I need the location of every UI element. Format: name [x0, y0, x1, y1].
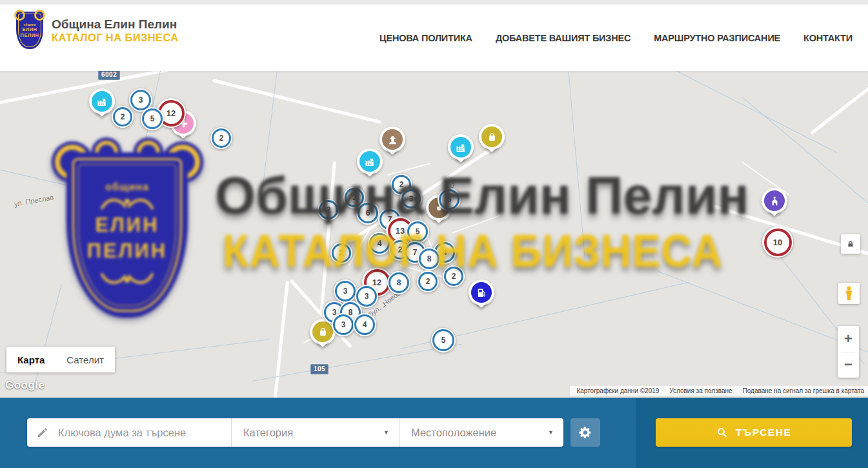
search-icon: [716, 427, 729, 439]
street-label: ул. Преслав: [14, 193, 54, 208]
nav-route-schedule[interactable]: МАРШРУТНО РАЗПИСАНИЕ: [654, 33, 780, 43]
pegman-streetview-button[interactable]: [838, 283, 860, 304]
map-type-satellite-button[interactable]: Сателит: [56, 347, 115, 372]
location-select[interactable]: Местоположение ▼: [399, 418, 563, 447]
cluster-marker-8[interactable]: 8: [387, 271, 410, 294]
cluster-marker-5[interactable]: 5: [406, 220, 429, 243]
header: община ЕЛИН ПЕЛИН Община Елин Пелин КАТА…: [0, 5, 868, 71]
search-button-panel: ТЪРСЕНЕ: [636, 398, 868, 468]
fuel-station-pin[interactable]: [469, 280, 494, 305]
zoom-in-button[interactable]: +: [838, 326, 859, 352]
map-type-map-button[interactable]: Карта: [6, 347, 56, 372]
cluster-marker-2[interactable]: 2: [330, 242, 352, 264]
cluster-marker-5[interactable]: 5: [141, 107, 164, 130]
terms-of-use-link[interactable]: Условия за ползване: [669, 386, 732, 396]
report-map-error-link[interactable]: Подаване на сигнал за грешка в картата: [743, 386, 864, 396]
cluster-marker-8[interactable]: 8: [418, 247, 441, 270]
search-button-label: ТЪРСЕНЕ: [736, 427, 791, 438]
main-nav: ЦЕНОВА ПОЛИТИКА ДОБАВЕТЕ ВАШИЯТ БИЗНЕС М…: [379, 5, 853, 71]
street-label: ци“: [447, 177, 456, 188]
brand[interactable]: община ЕЛИН ПЕЛИН Община Елин Пелин КАТА…: [16, 12, 179, 49]
map-canvas[interactable]: 6002105ул. Преславбул. „Новоселци“ 32125…: [0, 71, 868, 398]
cluster-marker-10[interactable]: 10: [762, 227, 793, 258]
nav-contacts[interactable]: КОНТАКТИ: [803, 33, 853, 43]
cluster-marker-6[interactable]: 6: [356, 201, 379, 225]
cluster-marker-4[interactable]: 4: [368, 232, 391, 255]
cluster-marker-4[interactable]: 4: [353, 313, 376, 336]
category-select[interactable]: Категория ▼: [231, 418, 399, 447]
lock-icon: [845, 239, 856, 249]
nav-add-your-business[interactable]: ДОБАВЕТЕ ВАШИЯТ БИЗНЕС: [496, 33, 631, 43]
cluster-marker-2[interactable]: 2: [417, 270, 439, 292]
map-data-copyright: Картографски данни ©2019: [576, 386, 659, 396]
google-logo[interactable]: Google: [5, 379, 45, 392]
cluster-marker-3[interactable]: 3: [334, 280, 357, 303]
cluster-marker-2[interactable]: 2: [112, 106, 134, 128]
shopping-bag-pin[interactable]: [479, 124, 505, 150]
top-strip: [0, 0, 868, 5]
factory-pin[interactable]: [89, 88, 115, 114]
cluster-marker-5[interactable]: 5: [431, 328, 456, 352]
search-button[interactable]: ТЪРСЕНЕ: [656, 418, 852, 447]
cluster-marker-2[interactable]: 2: [443, 265, 465, 287]
cluster-marker-2[interactable]: 2: [318, 199, 339, 221]
factory-pin[interactable]: [448, 134, 474, 160]
page: община ЕЛИН ПЕЛИН Община Елин Пелин КАТА…: [0, 0, 868, 468]
search-bar: Категория ▼ Местоположение ▼ ТЪРСЕНЕ: [0, 398, 868, 468]
zoom-control: + −: [838, 326, 859, 378]
church-pin[interactable]: [762, 188, 787, 214]
advanced-settings-button[interactable]: [570, 418, 600, 447]
cluster-marker-5[interactable]: 5: [438, 188, 461, 211]
site-subtitle: КАТАЛОГ НА БИЗНЕСА: [52, 32, 179, 44]
category-select-label: Категория: [243, 427, 293, 439]
road-number-badge: 6002: [98, 71, 120, 80]
site-title: Община Елин Пелин: [52, 17, 179, 32]
zoom-out-button[interactable]: −: [838, 352, 859, 378]
chevron-down-icon: ▼: [383, 429, 389, 436]
keyword-field: [27, 418, 231, 447]
road-number-badge: 105: [310, 364, 328, 374]
padlock-button[interactable]: [841, 234, 860, 254]
cluster-marker-2[interactable]: 2: [210, 127, 232, 149]
keyword-input[interactable]: [57, 426, 221, 440]
cluster-marker-3[interactable]: 3: [400, 188, 422, 210]
chevron-down-icon: ▼: [548, 429, 554, 436]
municipality-crest-logo: община ЕЛИН ПЕЛИН: [16, 12, 43, 49]
map-type-control: Карта Сателит: [6, 347, 115, 372]
crest-name-line2: ПЕЛИН: [21, 33, 39, 38]
pegman-icon: [843, 285, 854, 302]
gear-icon: [578, 425, 592, 440]
cluster-marker-3[interactable]: 3: [332, 313, 355, 336]
pencil-icon: [36, 426, 49, 442]
crest-top-word: община: [23, 23, 35, 26]
location-select-label: Местоположение: [411, 427, 496, 439]
map-attribution: Картографски данни ©2019 Условия за полз…: [570, 386, 868, 396]
factory-pin[interactable]: [357, 148, 383, 174]
construction-worker-pin[interactable]: [379, 127, 405, 152]
nav-pricing-policy[interactable]: ЦЕНОВА ПОЛИТИКА: [379, 33, 472, 43]
search-fields: Категория ▼ Местоположение ▼: [27, 418, 563, 447]
crest-name-line1: ЕЛИН: [22, 27, 37, 32]
